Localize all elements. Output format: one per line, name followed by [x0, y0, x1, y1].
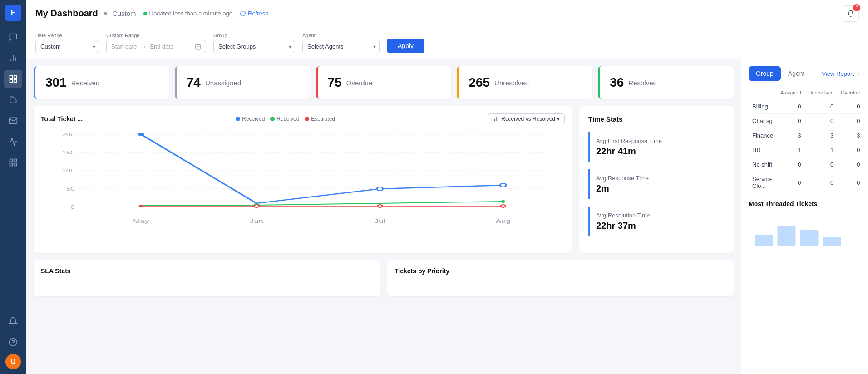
svg-rect-44: [778, 226, 796, 246]
page-title: My Dashboard: [35, 8, 98, 19]
svg-rect-43: [755, 235, 773, 246]
svg-point-42: [501, 205, 505, 207]
avg-first-response-label: Avg First Response Time: [596, 138, 725, 144]
svg-text:Jun: Jun: [250, 218, 263, 224]
apply-button[interactable]: Apply: [387, 39, 424, 53]
svg-rect-45: [800, 230, 819, 246]
sidebar-item-chat[interactable]: [4, 28, 22, 46]
sidebar-item-grid[interactable]: [4, 153, 22, 172]
svg-point-34: [138, 133, 144, 136]
legend-escalated: Escalated: [305, 116, 335, 122]
arrow-right-icon: →: [855, 70, 861, 77]
sidebar-item-ticket[interactable]: [4, 91, 22, 109]
view-report-link[interactable]: View Report →: [822, 70, 861, 77]
sla-stats-title: SLA Stats: [41, 267, 373, 275]
table-row: Chat sg 0 0 0: [749, 114, 863, 128]
row-name-0: Billing: [749, 99, 777, 114]
table-header-row: Assigned Unresolved Overdue: [749, 88, 863, 99]
group-filter: Group Select Groups: [213, 33, 295, 53]
group-table-body: Billing 0 0 0 Chat sg 0 0 0 Finance 3 3 …: [749, 99, 863, 193]
chart-header: Total Ticket ... Received Resolved: [41, 113, 565, 124]
row-assigned-4: 0: [777, 157, 804, 172]
col-overdue: Overdue: [837, 88, 863, 99]
panel-tabs: Group Agent View Report →: [749, 66, 861, 81]
time-stats-card: Time Stats Avg First Response Time 22hr …: [579, 106, 734, 253]
end-date-placeholder: End date: [150, 43, 173, 50]
svg-rect-10: [10, 163, 13, 166]
group-select[interactable]: Select Groups: [213, 40, 295, 53]
row-unresolved-3: 1: [805, 143, 838, 157]
agent-select[interactable]: Select Agents: [302, 40, 380, 53]
row-name-2: Finance: [749, 128, 777, 143]
sidebar-item-help[interactable]: [4, 333, 22, 351]
update-status: Updated less than a minute ago: [143, 10, 233, 17]
tab-agent[interactable]: Agent: [781, 66, 812, 81]
tickets-by-priority-title: Tickets by Priority: [395, 267, 726, 275]
stat-resolved: 36 Resolved: [598, 66, 734, 99]
legend-received: Received: [236, 116, 265, 122]
svg-point-35: [377, 187, 383, 191]
content-area: 301 Received 74 Unassigned 75 Overdue 26…: [26, 59, 868, 374]
stat-unassigned-number: 74: [187, 75, 201, 90]
ticket-trend-chart: Total Ticket ... Received Resolved: [34, 106, 572, 253]
header-custom-label: Custom: [113, 10, 136, 17]
avg-first-response: Avg First Response Time 22hr 41m: [588, 132, 725, 162]
avg-response-value: 2m: [596, 183, 725, 194]
most-threaded-title: Most Threaded Tickets: [749, 200, 861, 207]
table-row: Finance 3 3 3: [749, 128, 863, 143]
sidebar: F U: [0, 0, 26, 374]
tickets-by-priority-card: Tickets by Priority: [387, 260, 734, 296]
stat-overdue-label: Overdue: [346, 79, 373, 87]
stat-resolved-label: Resolved: [628, 79, 657, 87]
sidebar-item-message[interactable]: [4, 112, 22, 130]
svg-rect-13: [196, 44, 201, 49]
avg-response-label: Avg Response Time: [596, 175, 725, 182]
date-range-input[interactable]: Start date → End date: [106, 40, 206, 53]
chart-dropdown-arrow: ▾: [557, 116, 560, 122]
agent-select-wrapper: Select Agents: [302, 40, 380, 53]
chart-dropdown[interactable]: Received vs Resolved ▾: [488, 113, 565, 124]
row-overdue-1: 0: [837, 114, 863, 128]
svg-rect-9: [14, 163, 17, 166]
stat-unresolved: 265 Unresolved: [457, 66, 592, 99]
avg-resolution-label: Avg Resolution Time: [596, 212, 725, 219]
svg-text:Jul: Jul: [375, 218, 385, 224]
table-row: Billing 0 0 0: [749, 99, 863, 114]
col-unresolved: Unresolved: [805, 88, 838, 99]
row-name-1: Chat sg: [749, 114, 777, 128]
date-range-label: Date Range: [35, 33, 99, 38]
row-unresolved-4: 0: [805, 157, 838, 172]
bottom-row: SLA Stats Tickets by Priority: [34, 260, 734, 296]
tab-group[interactable]: Group: [749, 66, 781, 81]
row-assigned-2: 3: [777, 128, 804, 143]
svg-rect-4: [14, 76, 17, 79]
stat-received: 301 Received: [34, 66, 169, 99]
svg-text:200: 200: [62, 132, 75, 137]
svg-text:0: 0: [70, 205, 75, 210]
row-name-5: Service Clo...: [749, 172, 777, 193]
row-overdue-0: 0: [837, 99, 863, 114]
legend-received-label: Received: [242, 116, 265, 122]
custom-range-label: Custom Range: [106, 33, 206, 38]
user-avatar[interactable]: U: [5, 354, 21, 369]
svg-rect-7: [10, 159, 13, 162]
notification-button[interactable]: 2: [843, 5, 859, 22]
sidebar-item-dashboard[interactable]: [4, 70, 22, 88]
arrow-icon: →: [140, 43, 146, 50]
refresh-button[interactable]: Refresh: [240, 10, 269, 17]
row-unresolved-0: 0: [805, 99, 838, 114]
row-overdue-5: 0: [837, 172, 863, 193]
row-assigned-3: 1: [777, 143, 804, 157]
row-assigned-0: 0: [777, 99, 804, 114]
line-chart-svg: 200 150 100 50 0 May Jun Jul Aug: [41, 130, 565, 230]
sidebar-item-barchart[interactable]: [4, 49, 22, 67]
date-range-select[interactable]: Custom Today This Week This Month: [35, 40, 99, 53]
app-logo[interactable]: F: [5, 5, 21, 21]
table-row: HR 1 1 0: [749, 143, 863, 157]
svg-text:Aug: Aug: [496, 218, 511, 224]
sidebar-item-bell[interactable]: [4, 312, 22, 330]
sidebar-item-analytics[interactable]: [4, 133, 22, 151]
filter-bar: Date Range Custom Today This Week This M…: [26, 27, 868, 59]
table-row: Service Clo... 0 0 0: [749, 172, 863, 193]
legend-escalated-dot: [305, 117, 309, 121]
